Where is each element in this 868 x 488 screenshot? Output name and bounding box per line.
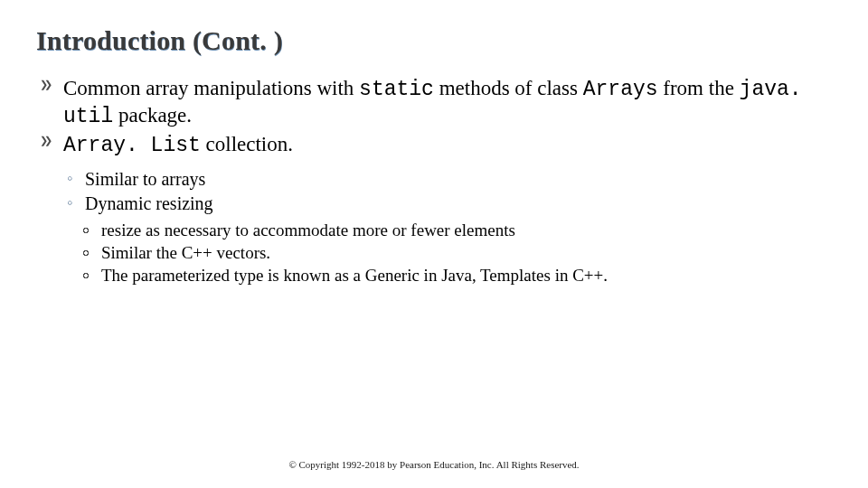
bullet-list-level3: resize as necessary to accommodate more … — [83, 220, 832, 286]
slide: Introduction (Cont. ) Common array manip… — [0, 0, 868, 488]
text-fragment: Common array manipulations with — [63, 77, 359, 99]
copyright-footer: © Copyright 1992-2018 by Pearson Educati… — [0, 459, 868, 470]
subsub-item-2: Similar the C++ vectors. — [83, 242, 832, 265]
slide-title: Introduction (Cont. ) — [36, 25, 832, 56]
code-fragment: Array. List — [63, 134, 201, 157]
bullet-list-level2: Similar to arrays Dynamic resizing — [67, 167, 832, 216]
text-fragment: collection. — [201, 133, 293, 155]
text-fragment: from the — [658, 77, 740, 99]
subsub-item-1: resize as necessary to accommodate more … — [83, 220, 832, 242]
code-fragment: Arrays — [583, 78, 658, 101]
subsub-item-3: The parameterized type is known as a Gen… — [83, 265, 832, 287]
bullet-item-2: Array. List collection. — [40, 132, 832, 159]
bullet-list-level1: Common array manipulations with static m… — [40, 76, 832, 158]
text-fragment: package. — [113, 104, 192, 127]
text-fragment: methods of class — [434, 77, 583, 99]
sub-item-2: Dynamic resizing — [67, 192, 832, 216]
code-fragment: static — [359, 78, 434, 101]
bullet-item-1: Common array manipulations with static m… — [40, 76, 832, 130]
sub-item-1: Similar to arrays — [67, 167, 832, 192]
